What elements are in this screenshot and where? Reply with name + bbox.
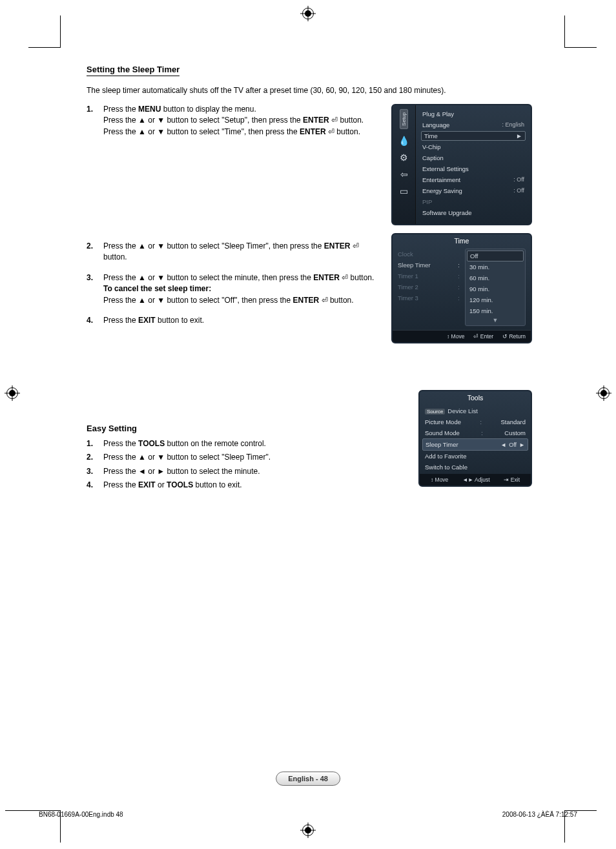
osd-setup-item: Caption [421, 153, 526, 163]
foot-move: ↕ Move [447, 333, 464, 340]
foot-return: ↺ Return [502, 333, 526, 340]
osd-time-menu: Time ClockSleep Timer:Timer 1:Timer 2:Ti… [391, 233, 532, 343]
osd-setup-item: PIP [421, 197, 526, 207]
osd-setup-item: Plug & Play [421, 109, 526, 119]
osd-time-option: 150 min. [466, 305, 525, 316]
osd-time-left-item: Sleep Timer: [398, 260, 460, 271]
tools-footer: ↕ Move ◄► Adjust ⇥ Exit [420, 474, 531, 486]
tools-body: SourceDevice ListPicture Mode:StandardSo… [420, 404, 531, 474]
osd-setup-item: Entertainment: Off [421, 175, 526, 185]
osd-time-left-list: ClockSleep Timer:Timer 1:Timer 2:Timer 3… [398, 249, 460, 326]
step-item: Press the EXIT button to exit. [87, 315, 382, 326]
registration-mark-left [6, 387, 18, 399]
chevron-right-icon: ► [519, 442, 525, 448]
osd-time-option: 90 min. [466, 283, 525, 294]
foot-enter: ⏎ Enter [473, 333, 493, 340]
osd-sidebar-label: Setup [400, 109, 408, 129]
page-number-badge: English - 48 [276, 772, 340, 786]
tools-row: SourceDevice List [422, 405, 528, 416]
osd-time-left-item: Timer 2: [398, 281, 460, 292]
osd-main-list: Plug & PlayLanguage: EnglishTime►V-ChipC… [416, 105, 531, 224]
osd-setup-menu: Setup 💧 ⚙ ⇦ ▭ Plug & PlayLanguage: Engli… [391, 104, 532, 225]
footer-left: BN68-01669A-00Eng.indb 48 [39, 811, 123, 818]
registration-mark-right [598, 387, 610, 399]
tools-foot-adjust: ◄► Adjust [462, 476, 489, 483]
section-title: Setting the Sleep Timer [87, 65, 180, 76]
osd-setup-item: Time► [421, 131, 526, 141]
chevron-left-icon: ◄ [500, 442, 506, 448]
osd-time-option: Off [467, 251, 524, 261]
osd-time-left-item: Timer 3: [398, 292, 460, 303]
tools-foot-move: ↕ Move [431, 476, 448, 483]
step-item: Press the ▲ or ▼ button to select the mi… [87, 272, 382, 306]
steps-list: Press the MENU button to display the men… [87, 104, 382, 327]
osd-time-option: 30 min. [466, 261, 525, 272]
osd-time-option: 60 min. [466, 272, 525, 283]
tools-row: Switch to Cable [422, 462, 528, 473]
chevron-down-icon: ▼ [466, 316, 525, 324]
crop-mark-tl [28, 15, 61, 48]
osd-setup-item: Software Upgrade [421, 208, 526, 218]
osd-time-title: Time [393, 234, 531, 249]
tools-row: Sleep Timer◄ Off ► [422, 438, 528, 451]
tools-row: Add to Favorite [422, 451, 528, 462]
registration-mark-bottom [302, 824, 314, 836]
print-footer: BN68-01669A-00Eng.indb 48 2008-06-13 ¿ÀÈ… [39, 811, 577, 818]
osd-time-footer: ↕ Move ⏎ Enter ↺ Return [393, 330, 531, 342]
crop-mark-tr [564, 15, 597, 48]
osd-sidebar: Setup 💧 ⚙ ⇦ ▭ [393, 105, 416, 224]
osd-setup-item: V-Chip [421, 142, 526, 152]
registration-mark-top [302, 8, 314, 19]
intro-text: The sleep timer automatically shuts off … [87, 85, 532, 96]
gear-icon: ⚙ [399, 152, 409, 163]
tv-icon: ▭ [399, 186, 409, 196]
tools-title: Tools [420, 391, 531, 404]
osd-tools-menu: Tools SourceDevice ListPicture Mode:Stan… [418, 390, 532, 487]
osd-setup-item: Energy Saving: Off [421, 186, 526, 196]
input-icon: ⇦ [399, 169, 409, 179]
osd-setup-item: External Settings [421, 164, 526, 174]
osd-time-left-item: Clock [398, 249, 460, 260]
osd-time-left-item: Timer 1: [398, 271, 460, 281]
osd-time-options: Off30 min.60 min.90 min.120 min.150 min.… [465, 249, 526, 326]
waterdrop-icon: 💧 [399, 136, 409, 146]
tools-foot-exit: ⇥ Exit [504, 476, 520, 483]
footer-right: 2008-06-13 ¿ÀÈÄ 7:12:57 [502, 811, 577, 818]
osd-time-option: 120 min. [466, 294, 525, 305]
osd-setup-item: Language: English [421, 120, 526, 130]
step-item: Press the ▲ or ▼ button to select "Sleep… [87, 241, 382, 263]
tools-row: Picture Mode:Standard [422, 416, 528, 427]
step-item: Press the MENU button to display the men… [87, 104, 382, 138]
tools-row: Sound Mode:Custom [422, 427, 528, 438]
